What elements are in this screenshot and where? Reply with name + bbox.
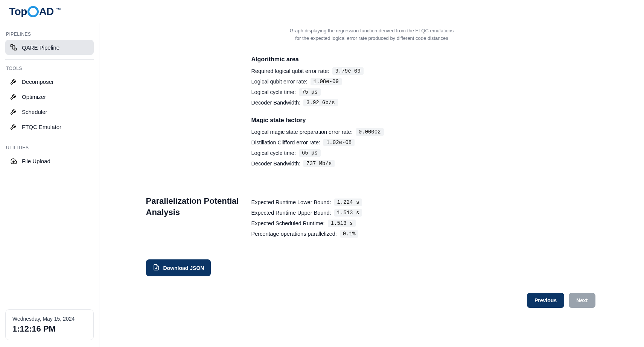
logo-tm: ™ [56,7,61,13]
metric-label: Logical qubit error rate: [251,79,308,85]
metric-label: Decoder Bandwidth: [251,100,301,106]
wrench-icon [10,78,17,85]
metric-row: Expected Runtime Lower Bound: 1.224 s [251,199,598,206]
metric-label: Required logical qubit error rate: [251,68,329,74]
metric-label: Logical magic state preparation error ra… [251,129,353,135]
download-file-icon [153,264,160,272]
previous-button[interactable]: Previous [527,293,564,308]
sidebar-divider [5,59,94,60]
metric-value: 1.513 s [328,220,356,227]
graph-caption: Graph displaying the regression function… [289,27,455,42]
sidebar-item-label: Decomposer [22,79,54,85]
topbar: Top AD ™ [0,0,644,23]
sidebar-item-optimizer[interactable]: Optimizer [5,89,94,104]
app-logo: Top AD ™ [9,6,61,18]
sidebar-item-ftqc-emulator[interactable]: FTQC Emulator [5,119,94,134]
metric-value: 0.1% [340,230,359,238]
metric-label: Logical cycle time: [251,89,296,95]
metric-value: 1.513 s [334,209,362,217]
datetime-card: Wednesday, May 15, 2024 1:12:16 PM [5,309,94,340]
metric-row: Distillation Clifford error rate: 1.02e-… [251,139,598,146]
section-title-parallelization: Parallelization Potential Analysis [146,195,244,218]
metric-row: Logical qubit error rate: 1.08e-09 [251,78,598,85]
metric-label: Expected Runtime Lower Bound: [251,199,331,205]
sidebar-item-label: File Upload [22,158,50,164]
pagination-nav: Previous Next [146,293,598,308]
sidebar-item-qare-pipeline[interactable]: QARE Pipeline [5,40,94,55]
metric-value: 737 Mb/s [303,160,335,167]
metric-label: Expected Scheduled Runtime: [251,220,325,226]
section-divider [146,184,598,184]
sidebar-item-label: Scheduler [22,109,47,115]
metric-row: Required logical qubit error rate: 9.79e… [251,67,598,75]
logo-text-ad: AD [39,6,53,18]
metric-row: Percentage operations parallelized: 0.1% [251,230,598,238]
metric-value: 65 μs [299,149,321,157]
metric-label: Logical cycle time: [251,150,296,156]
metric-value: 1.02e-08 [323,139,355,146]
svg-rect-1 [14,48,17,50]
sidebar-section-tools: TOOLS [6,66,93,71]
metric-value: 1.224 s [334,199,362,206]
sidebar: PIPELINES QARE Pipeline TOOLS Decomposer [0,23,99,347]
download-json-label: Download JSON [163,265,204,271]
current-time: 1:12:16 PM [12,324,87,334]
svg-rect-0 [11,45,13,47]
metric-value: 1.08e-09 [311,78,342,85]
logo-circle-icon [27,6,39,17]
metric-label: Expected Runtime Upper Bound: [251,210,331,216]
sidebar-item-decomposer[interactable]: Decomposer [5,74,94,89]
sidebar-item-label: QARE Pipeline [22,44,59,51]
metric-value: 75 μs [299,88,321,96]
metric-label: Distillation Clifford error rate: [251,139,320,145]
sidebar-item-label: FTQC Emulator [22,124,61,130]
sidebar-section-pipelines: PIPELINES [6,32,93,37]
metric-row: Logical cycle time: 65 μs [251,149,598,157]
upload-cloud-icon [10,157,17,165]
subsection-magic-state-factory: Magic state factory [251,117,598,124]
metric-row: Expected Scheduled Runtime: 1.513 s [251,220,598,227]
metric-value: 0.00002 [356,128,384,136]
metric-row: Decoder Bandwidth: 3.92 Gb/s [251,99,598,106]
sidebar-item-scheduler[interactable]: Scheduler [5,104,94,119]
pipeline-icon [10,44,17,51]
current-date: Wednesday, May 15, 2024 [12,316,87,322]
download-json-button[interactable]: Download JSON [146,259,211,276]
metric-row: Expected Runtime Upper Bound: 1.513 s [251,209,598,217]
metric-label: Percentage operations parallelized: [251,231,337,237]
metric-label: Decoder Bandwidth: [251,161,301,167]
logo-text-top: Top [9,6,27,18]
metric-row: Decoder Bandwidth: 737 Mb/s [251,160,598,167]
metric-row: Logical cycle time: 75 μs [251,88,598,96]
subsection-algorithmic-area: Algorithmic area [251,56,598,63]
next-button[interactable]: Next [569,293,595,308]
metric-value: 3.92 Gb/s [303,99,338,106]
wrench-icon [10,123,17,130]
sidebar-item-file-upload[interactable]: File Upload [5,153,94,168]
wrench-icon [10,93,17,100]
wrench-icon [10,108,17,115]
main-content[interactable]: Graph displaying the regression function… [99,23,644,347]
sidebar-section-utilities: UTILITIES [6,145,93,150]
metric-value: 9.79e-09 [332,67,364,75]
sidebar-item-label: Optimizer [22,94,46,100]
sidebar-divider [5,139,94,139]
metric-row: Logical magic state preparation error ra… [251,128,598,136]
